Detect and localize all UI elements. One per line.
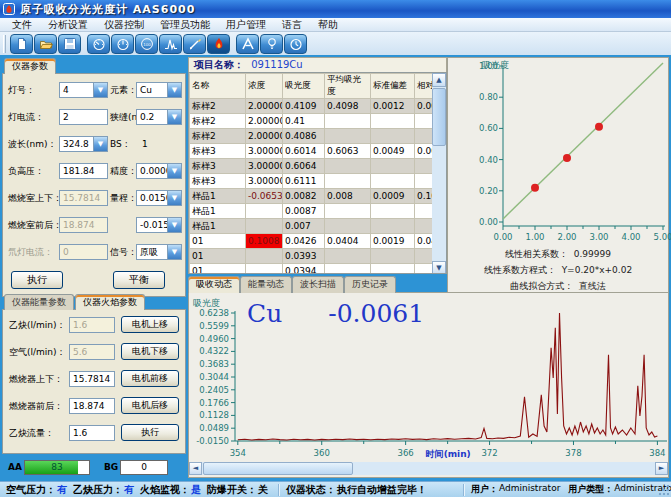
balance-button[interactable]: 平衡 (113, 271, 165, 289)
table-scrollbar-thumb[interactable] (432, 88, 446, 146)
burner-fb-motor-button[interactable]: 电机后移 (121, 397, 179, 414)
signal-select[interactable]: 原吸▼ (136, 244, 182, 260)
project-name-strip: 项目名称： 091119Cu (188, 57, 447, 72)
tab-flame-params[interactable]: 仪器火焰参数 (75, 294, 145, 310)
menu-item-5[interactable]: 语言 (274, 18, 310, 31)
spectrum-scrollbar[interactable]: ◄ ► (189, 462, 668, 475)
table-row[interactable]: 样品10.0087 (190, 204, 448, 219)
user-status: 用户： Administrator 用户类型： Administrator (471, 483, 671, 496)
scroll-left-icon[interactable]: ◄ (189, 462, 202, 475)
chevron-down-icon[interactable]: ▼ (93, 137, 107, 151)
spectrum-x-axis-label: 时间(min) (426, 448, 471, 461)
spec-x-tick: 354 (226, 448, 250, 458)
resize-grip[interactable] (658, 484, 670, 496)
toolbar-lamp-button[interactable] (260, 34, 283, 54)
wavelength-select[interactable]: 324.8▼ (59, 136, 108, 152)
slit-select[interactable]: 0.2▼ (136, 109, 182, 125)
neg-hv-input[interactable]: 181.84 (59, 163, 108, 179)
table-row[interactable]: 标样22.000000.41090.40980.00120.0029 (190, 99, 448, 114)
toolbar-autosampler-a-button[interactable] (236, 34, 259, 54)
menu-item-3[interactable]: 管理员功能 (152, 18, 218, 31)
chevron-down-icon[interactable]: ▼ (167, 164, 181, 178)
menu-item-6[interactable]: 帮助 (310, 18, 346, 31)
spec-y-tick: 0.2405 (191, 385, 229, 395)
title-bar[interactable]: 原子吸收分光光度计 AAS6000 (0, 0, 671, 18)
table-row[interactable]: 标样33.000000.6111 (190, 174, 448, 189)
table-scrollbar[interactable]: ▲ ▼ (432, 73, 446, 274)
cell-abs: 0.4109 (283, 99, 325, 114)
table-row[interactable]: 010.0394 (190, 264, 448, 275)
burner-fb-input[interactable]: 18.874 (69, 398, 115, 414)
aa-meter-bar: 83 (24, 460, 90, 475)
cal-y-tick: 0.80 (466, 92, 498, 102)
toolbar-brush-calibrate-button[interactable] (183, 34, 206, 54)
chevron-down-icon[interactable]: ▼ (167, 191, 181, 205)
table-row[interactable]: 标样22.000000.4086 (190, 129, 448, 144)
table-row[interactable]: 标样33.000000.60140.60630.00490.0081 (190, 144, 448, 159)
precision-select[interactable]: 0.0000▼ (136, 163, 182, 179)
status-divider (278, 484, 280, 496)
toolbar-peak-scan-button[interactable] (159, 34, 182, 54)
tab-instrument-params[interactable]: 仪器参数 (4, 58, 56, 74)
burner-ud-input[interactable]: 15.7814 (69, 371, 115, 387)
acetylene-motor-button[interactable]: 电机上移 (121, 316, 179, 333)
spec-x-tick: 384 (645, 448, 669, 458)
chevron-down-icon[interactable]: ▼ (93, 83, 107, 97)
tab-energy-params[interactable]: 仪器能量参数 (4, 294, 74, 310)
burner-ud-motor-button[interactable]: 电机前移 (121, 370, 179, 387)
new-file-icon (15, 37, 29, 51)
flame-icon (212, 37, 226, 51)
project-name-label: 项目名称： (194, 59, 244, 70)
table-row[interactable]: 010.10080.04260.04040.00190.0464 (190, 234, 448, 249)
toolbar-gauge-energy-button[interactable] (87, 34, 110, 54)
element-select[interactable]: Cu▼ (136, 82, 182, 98)
scroll-right-icon[interactable]: ► (655, 462, 668, 475)
execute-button[interactable]: 执行 (11, 271, 63, 289)
toolbar-grip[interactable] (3, 35, 6, 53)
timer-icon (289, 37, 303, 51)
tab-dynamic-2[interactable]: 波长扫描 (292, 276, 344, 293)
toolbar-timer-button[interactable] (284, 34, 307, 54)
menu-item-4[interactable]: 用户管理 (218, 18, 274, 31)
spec-y-tick: 0.4960 (191, 334, 229, 344)
range-hi-select[interactable]: 0.0150▼ (136, 190, 182, 206)
cell-conc: 2.00000 (246, 99, 283, 114)
air-input: 5.6 (69, 344, 115, 360)
toolbar-gauge-100-button[interactable]: 100 (135, 34, 158, 54)
cell-avg (325, 159, 371, 174)
scroll-down-icon[interactable]: ▼ (432, 261, 446, 274)
chevron-down-icon[interactable]: ▼ (167, 218, 181, 232)
chevron-down-icon[interactable]: ▼ (167, 110, 181, 124)
gauge-energy-icon (92, 37, 106, 51)
air-motor-button[interactable]: 电机下移 (121, 343, 179, 360)
chevron-down-icon[interactable]: ▼ (167, 245, 181, 259)
toolbar-open-folder-button[interactable] (34, 34, 57, 54)
spec-y-tick: -0.0150 (191, 436, 229, 446)
chevron-down-icon[interactable]: ▼ (167, 83, 181, 97)
table-row[interactable]: 样品10.007 (190, 219, 448, 234)
cell-avg (325, 264, 371, 275)
spectrum-scrollbar-thumb[interactable] (203, 462, 353, 475)
table-row[interactable]: 010.0393 (190, 249, 448, 264)
range-lo-select[interactable]: -0.0150▼ (136, 217, 182, 233)
tab-dynamic-3[interactable]: 历史记录 (344, 276, 396, 293)
toolbar-gauge-balance-button[interactable] (111, 34, 134, 54)
table-row[interactable]: 标样33.000000.6064 (190, 159, 448, 174)
toolbar-flame-button[interactable] (207, 34, 230, 54)
menu-item-1[interactable]: 分析设置 (40, 18, 96, 31)
tab-dynamic-0[interactable]: 吸收动态 (188, 276, 240, 293)
cell-name: 标样3 (190, 144, 246, 159)
acetylene-flow-input[interactable]: 1.6 (69, 425, 115, 441)
acetylene-flow-motor-button[interactable]: 执行 (121, 424, 179, 441)
menu-item-2[interactable]: 仪器控制 (96, 18, 152, 31)
menu-item-0[interactable]: 文件 (4, 18, 40, 31)
toolbar-save-button[interactable] (58, 34, 81, 54)
table-row[interactable]: 标样22.000000.41 (190, 114, 448, 129)
cell-name: 样品1 (190, 189, 246, 204)
scroll-up-icon[interactable]: ▲ (432, 73, 446, 87)
tab-dynamic-1[interactable]: 能量动态 (240, 276, 292, 293)
lamp-current-input[interactable]: 2 (59, 109, 108, 125)
lamp-no-select[interactable]: 4▼ (59, 82, 108, 98)
toolbar-new-file-button[interactable] (10, 34, 33, 54)
table-row[interactable]: 样品1-0.06530.00820.0080.00090.1097 (190, 189, 448, 204)
